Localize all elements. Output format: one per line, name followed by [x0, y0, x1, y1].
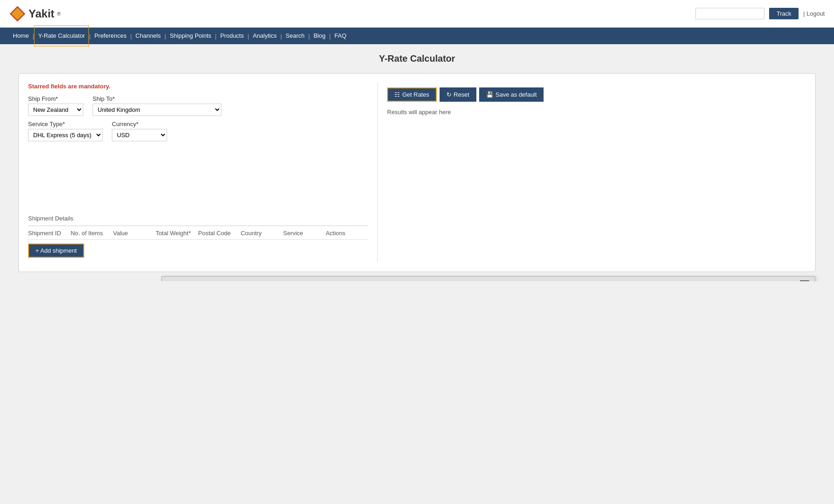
reset-button[interactable]: ↻ Reset	[440, 87, 476, 102]
ship-from-group: Ship From* New Zealand	[28, 95, 83, 116]
ship-from-to-row: Ship From* New Zealand Ship To* United K…	[28, 95, 368, 116]
col-actions: Actions	[326, 230, 368, 237]
nav-home[interactable]: Home	[9, 28, 33, 44]
left-panel: Starred fields are mandatory. Ship From*…	[28, 83, 378, 262]
logout-link[interactable]: | Logout	[803, 10, 825, 17]
col-no-items: No. of Items	[70, 230, 113, 237]
main-card: Starred fields are mandatory. Ship From*…	[18, 73, 816, 272]
col-value: Value	[113, 230, 156, 237]
action-buttons: ☷ Get Rates ↻ Reset 💾 Save as default	[387, 87, 544, 102]
nav-products[interactable]: Products	[216, 28, 247, 44]
refresh-icon: ↻	[446, 91, 452, 98]
service-currency-row: Service Type* DHL Express (5 days) Curre…	[28, 121, 368, 141]
get-rates-button[interactable]: ☷ Get Rates	[387, 87, 437, 102]
ship-from-label: Ship From*	[28, 95, 83, 102]
top-section: Starred fields are mandatory. Ship From*…	[28, 83, 806, 262]
logo-trademark: ®	[57, 11, 61, 17]
service-type-group: Service Type* DHL Express (5 days)	[28, 121, 103, 141]
nav-faq[interactable]: FAQ	[331, 28, 350, 44]
page-content: Y-Rate Calculator Starred fields are man…	[0, 44, 834, 281]
service-type-label: Service Type*	[28, 121, 103, 127]
header-right: Track | Logout	[695, 8, 825, 19]
currency-select[interactable]: USD	[112, 129, 167, 141]
track-input[interactable]	[695, 8, 764, 19]
col-shipment-id: Shipment ID	[28, 230, 70, 237]
nav-channels[interactable]: Channels	[132, 28, 164, 44]
logo: Yakit ®	[9, 6, 61, 22]
header: Yakit ® Track | Logout	[0, 0, 834, 28]
dialog-header: Add Shipment ✕	[162, 277, 815, 281]
right-panel: ☷ Get Rates ↻ Reset 💾 Save as default Re…	[378, 83, 806, 262]
ship-from-select[interactable]: New Zealand	[28, 104, 83, 116]
ship-to-select[interactable]: United Kingdom	[93, 104, 221, 116]
save-default-button[interactable]: 💾 Save as default	[479, 87, 544, 102]
logo-label: Yakit	[29, 7, 54, 20]
col-service: Service	[283, 230, 325, 237]
ship-to-label: Ship To*	[93, 95, 221, 102]
svg-marker-6	[12, 7, 24, 20]
currency-group: Currency* USD	[112, 121, 167, 141]
col-country: Country	[241, 230, 283, 237]
main-nav: Home | Y-Rate Calculator | Preferences |…	[0, 28, 834, 44]
currency-label: Currency*	[112, 121, 167, 127]
track-button[interactable]: Track	[769, 8, 799, 19]
results-text: Results will appear here	[387, 109, 451, 116]
nav-preferences[interactable]: Preferences	[91, 28, 130, 44]
dialog-overlay: Add Shipment ✕ Postal Code Region	[162, 276, 815, 281]
shipment-details-title: Shipment Details	[28, 215, 368, 222]
nav-blog[interactable]: Blog	[310, 28, 329, 44]
logo-icon	[9, 6, 26, 22]
nav-yrate[interactable]: Y-Rate Calculator	[34, 25, 89, 46]
save-icon: 💾	[486, 91, 493, 98]
add-shipment-dialog: Add Shipment ✕ Postal Code Region	[162, 276, 815, 281]
nav-analytics[interactable]: Analytics	[249, 28, 280, 44]
ship-to-group: Ship To* United Kingdom	[93, 95, 221, 116]
table-icon: ☷	[394, 91, 400, 98]
service-type-select[interactable]: DHL Express (5 days)	[28, 129, 103, 141]
shipment-details: Shipment Details Shipment ID No. of Item…	[28, 215, 368, 258]
nav-search[interactable]: Search	[282, 28, 308, 44]
nav-shipping-points[interactable]: Shipping Points	[166, 28, 215, 44]
add-shipment-button[interactable]: + Add shipment	[28, 243, 84, 258]
table-header: Shipment ID No. of Items Value Total Wei…	[28, 230, 368, 240]
col-total-weight: Total Weight*	[156, 230, 198, 237]
col-postal-code: Postal Code	[198, 230, 241, 237]
page-title: Y-Rate Calculator	[18, 53, 816, 64]
mandatory-note: Starred fields are mandatory.	[28, 83, 368, 90]
dialog-close-button[interactable]: ✕	[800, 280, 809, 281]
